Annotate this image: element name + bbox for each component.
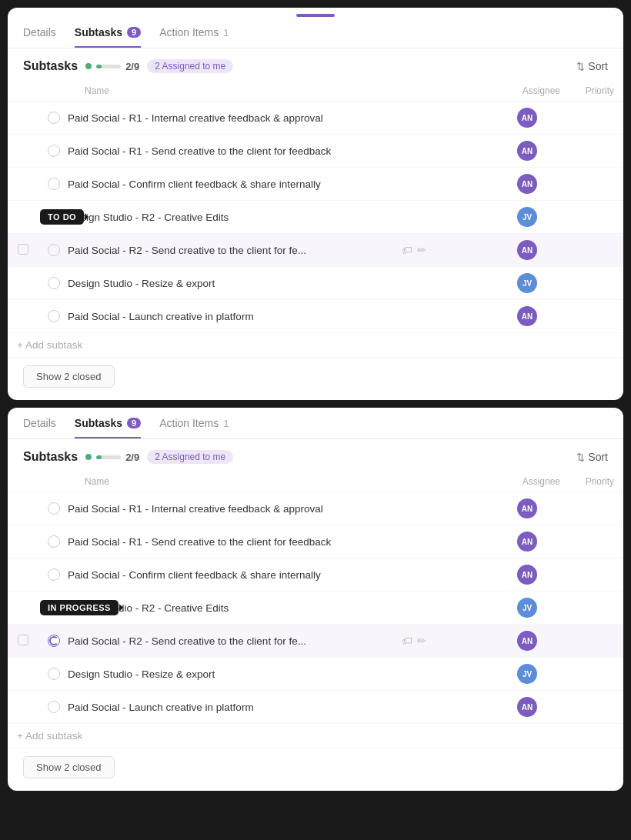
- avatar: AN: [517, 141, 537, 161]
- sort-button-2[interactable]: ⇅ Sort: [576, 451, 608, 463]
- progress-wrap-1: 2/9: [85, 61, 139, 72]
- task-name: Paid Social - R2 - Send creative to the …: [68, 245, 391, 256]
- tag-icon[interactable]: 🏷: [402, 244, 412, 256]
- col-header-priority-1: Priority: [569, 81, 623, 102]
- row-assignee-cell: JV: [508, 267, 569, 300]
- table-row[interactable]: TO DO Design Studio - R2 - Creative Edit…: [8, 201, 623, 234]
- tab-subtasks-2[interactable]: Subtasks 9: [75, 417, 141, 438]
- row-checkbox[interactable]: [48, 310, 60, 322]
- sort-icon-2: ⇅: [576, 452, 585, 463]
- row-priority-cell: [569, 625, 623, 658]
- table-row[interactable]: Paid Social - R1 - Send creative to the …: [8, 525, 623, 558]
- row-assignee-cell: AN: [508, 135, 569, 168]
- select-checkbox[interactable]: [18, 244, 28, 255]
- avatar: AN: [517, 174, 537, 194]
- avatar: AN: [517, 108, 537, 128]
- row-checkbox[interactable]: [48, 502, 60, 515]
- progress-dot-1: [85, 63, 92, 69]
- row-checkbox-inprogress[interactable]: [48, 635, 60, 647]
- edit-icon[interactable]: ✏: [417, 635, 426, 647]
- row-name-cell: Paid Social - R1 - Send creative to the …: [38, 135, 508, 168]
- task-name: Paid Social - R1 - Send creative to the …: [68, 536, 391, 548]
- table-row[interactable]: Paid Social - R2 - Send creative to the …: [8, 234, 623, 267]
- avatar: AN: [517, 565, 537, 585]
- add-subtask-row[interactable]: + Add subtask: [8, 724, 623, 748]
- task-name: Paid Social - Launch creative in platfor…: [68, 702, 391, 713]
- row-priority-cell: [569, 658, 623, 691]
- tab-subtasks-1[interactable]: Subtasks 9: [75, 26, 141, 48]
- row-checkbox[interactable]: [48, 178, 60, 190]
- tab-actionitems-2[interactable]: Action Items 1: [159, 417, 229, 438]
- row-select-cell: [8, 201, 38, 234]
- row-checkbox[interactable]: [48, 568, 60, 581]
- show-closed-button-1[interactable]: Show 2 closed: [23, 365, 115, 388]
- add-subtask-cell[interactable]: + Add subtask: [8, 333, 623, 358]
- avatar: JV: [517, 664, 537, 684]
- table-row[interactable]: Paid Social - Launch creative in platfor…: [8, 300, 623, 333]
- table-row[interactable]: Paid Social - R1 - Send creative to the …: [8, 135, 623, 168]
- table-row[interactable]: Paid Social - R1 - Internal creative fee…: [8, 492, 623, 525]
- table-row[interactable]: Paid Social - Launch creative in platfor…: [8, 691, 623, 724]
- table-row[interactable]: Paid Social - R1 - Internal creative fee…: [8, 102, 623, 135]
- tab-details-2[interactable]: Details: [23, 417, 56, 438]
- select-checkbox[interactable]: [18, 635, 28, 645]
- sort-button-1[interactable]: ⇅ Sort: [576, 60, 608, 72]
- avatar: AN: [517, 306, 537, 326]
- row-name-cell: Design Studio - Resize & export: [38, 267, 508, 300]
- row-priority-cell: [569, 234, 623, 267]
- tag-icon[interactable]: 🏷: [402, 635, 412, 647]
- tabs-row-1: Details Subtasks 9 Action Items 1: [8, 17, 623, 48]
- table-row[interactable]: IN PROGRESS Design Studio - R2 - Creativ…: [8, 592, 623, 625]
- row-checkbox[interactable]: [48, 145, 60, 157]
- progress-bar-fill-1: [96, 65, 102, 68]
- row-checkbox[interactable]: [48, 244, 60, 256]
- row-checkbox[interactable]: [48, 112, 60, 124]
- add-subtask-row[interactable]: + Add subtask: [8, 333, 623, 358]
- assigned-badge-1: 2 Assigned to me: [147, 59, 233, 73]
- table-row[interactable]: Design Studio - Resize & export JV: [8, 658, 623, 691]
- row-checkbox[interactable]: [48, 668, 60, 680]
- row-priority-cell: [569, 592, 623, 625]
- subtask-table-1: Name Assignee Priority Paid Social - R1 …: [8, 81, 623, 358]
- row-checkbox[interactable]: [48, 701, 60, 713]
- row-assignee-cell: AN: [508, 558, 569, 592]
- sort-icon-1: ⇅: [576, 61, 585, 72]
- subtask-table-2: Name Assignee Priority Paid Social - R1 …: [8, 472, 623, 748]
- task-name: Design Studio - Resize & export: [68, 668, 391, 680]
- tab-actionitems-label-2: Action Items: [159, 417, 219, 429]
- row-select-cell: [8, 234, 38, 267]
- row-name-cell: Paid Social - R2 - Send creative to the …: [38, 625, 508, 658]
- panel-2: Details Subtasks 9 Action Items 1 Subtas…: [8, 408, 623, 791]
- table-row[interactable]: Paid Social - Confirm client feedback & …: [8, 168, 623, 201]
- row-priority-cell: [569, 691, 623, 724]
- tooltip-wrap: IN PROGRESS: [48, 602, 60, 614]
- tab-actionitems-1[interactable]: Action Items 1: [159, 26, 229, 48]
- row-assignee-cell: AN: [508, 168, 569, 201]
- avatar: AN: [517, 532, 537, 552]
- avatar: AN: [517, 631, 537, 651]
- sort-label-2: Sort: [588, 451, 608, 463]
- show-closed-button-2[interactable]: Show 2 closed: [23, 756, 115, 778]
- row-priority-cell: [569, 558, 623, 592]
- row-checkbox[interactable]: [48, 277, 60, 289]
- row-priority-cell: [569, 267, 623, 300]
- task-name: Design Studio - Resize & export: [68, 278, 391, 289]
- table-row[interactable]: Design Studio - Resize & export JV: [8, 267, 623, 300]
- subtasks-title-2: Subtasks 2/9 2 Assigned to me: [23, 450, 233, 464]
- table-row[interactable]: Paid Social - Confirm client feedback & …: [8, 558, 623, 592]
- add-subtask-cell[interactable]: + Add subtask: [8, 724, 623, 748]
- row-select-cell: [8, 168, 38, 201]
- task-icons: 🏷 ✏: [402, 244, 426, 256]
- edit-icon[interactable]: ✏: [417, 244, 426, 256]
- subtasks-title-1: Subtasks 2/9 2 Assigned to me: [23, 59, 233, 73]
- col-header-assignee-2: Assignee: [508, 472, 569, 492]
- tab-details-1[interactable]: Details: [23, 26, 56, 48]
- table-row[interactable]: Paid Social - R2 - Send creative to the …: [8, 625, 623, 658]
- subtasks-label-1: Subtasks: [23, 59, 78, 73]
- row-checkbox[interactable]: [48, 535, 60, 548]
- avatar: AN: [517, 498, 537, 518]
- todo-tooltip: TO DO: [40, 209, 84, 225]
- table-header-row-1: Name Assignee Priority: [8, 81, 623, 102]
- row-select-cell: [8, 135, 38, 168]
- row-assignee-cell: AN: [508, 234, 569, 267]
